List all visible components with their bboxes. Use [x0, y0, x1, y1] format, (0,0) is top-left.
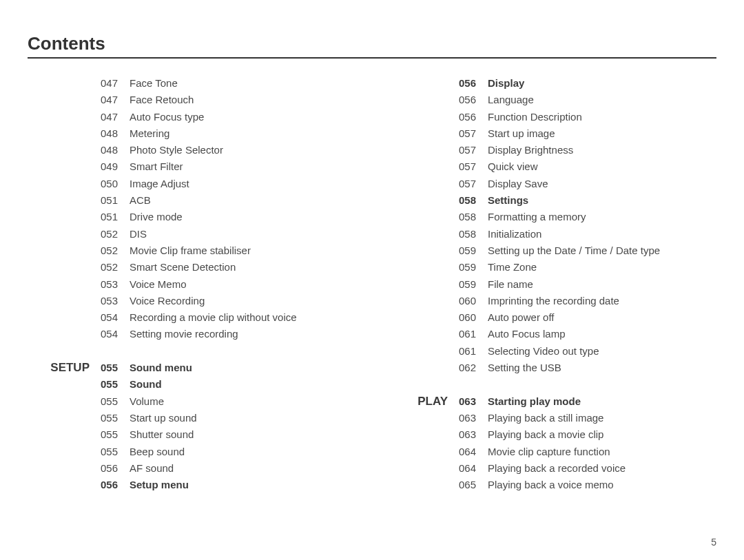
toc-page-number: 054 — [101, 326, 130, 342]
toc-row: 058Initialization — [386, 226, 716, 242]
toc-page-number: 060 — [459, 309, 488, 326]
toc-row: 050Image Adjust — [28, 176, 358, 192]
toc-page-number: 051 — [101, 192, 130, 209]
toc-label: Auto Focus type — [130, 109, 358, 125]
toc-row: 064Playing back a recorded voice — [386, 460, 716, 477]
toc-page-number: 058 — [459, 209, 488, 225]
toc-page-number: 049 — [101, 158, 130, 175]
toc-row: 062Setting the USB — [386, 360, 716, 376]
toc-row: 056Function Description — [386, 109, 716, 125]
toc-label: Time Zone — [488, 259, 716, 276]
toc-page-number: 055 — [101, 360, 130, 376]
toc-page-number: 055 — [101, 376, 130, 393]
toc-label: Sound menu — [130, 360, 358, 376]
toc-row: 053Voice Memo — [28, 276, 358, 293]
toc-row: 052Movie Clip frame stabiliser — [28, 242, 358, 259]
page-number: 5 — [711, 537, 716, 548]
toc-label: Shutter sound — [130, 426, 358, 443]
toc-label: Smart Filter — [130, 158, 358, 175]
toc-page-number: 059 — [459, 242, 488, 259]
toc-label: Auto power off — [488, 309, 716, 326]
toc-page-number: 062 — [459, 360, 488, 376]
toc-row: 065Playing back a voice memo — [386, 477, 716, 493]
toc-row: 056Display — [386, 75, 716, 92]
toc-label: Settings — [488, 192, 716, 209]
toc-page-number: 064 — [459, 460, 488, 477]
page: Contents 047Face Tone047Face Retouch047A… — [0, 0, 744, 560]
toc-row: 052DIS — [28, 226, 358, 242]
toc-label: Voice Recording — [130, 293, 358, 309]
toc-page-number: 059 — [459, 276, 488, 293]
toc-label: Setup menu — [130, 477, 358, 493]
page-title: Contents — [28, 33, 716, 59]
toc-page-number: 061 — [459, 343, 488, 360]
toc-label: Movie Clip frame stabiliser — [130, 242, 358, 259]
toc-row: 054Setting movie recording — [28, 326, 358, 342]
toc-row: 048Photo Style Selector — [28, 142, 358, 158]
toc-row: 055Sound — [28, 376, 358, 393]
toc-row: 052Smart Scene Detection — [28, 259, 358, 276]
toc-label: Playing back a voice memo — [488, 477, 716, 493]
toc-row: 057Quick view — [386, 158, 716, 175]
toc-label: Playing back a still image — [488, 410, 716, 426]
toc-page-number: 061 — [459, 326, 488, 342]
toc-label: Setting movie recording — [130, 326, 358, 342]
toc-row: 055Start up sound — [28, 410, 358, 426]
toc-label: Selecting Video out type — [488, 343, 716, 360]
toc-page-number: 058 — [459, 226, 488, 242]
toc-row: 055Beep sound — [28, 444, 358, 460]
toc-page-number: 063 — [459, 426, 488, 443]
toc-row: 055Volume — [28, 393, 358, 410]
toc-row: SETUP055Sound menu — [28, 360, 358, 376]
toc-label: Display Brightness — [488, 142, 716, 158]
toc-label: Photo Style Selector — [130, 142, 358, 158]
toc-page-number: 057 — [459, 125, 488, 142]
toc-label: Face Tone — [130, 75, 358, 92]
toc-page-number: 053 — [101, 293, 130, 309]
toc-column-right: 056Display056Language056Function Descrip… — [386, 75, 716, 493]
toc-page-number: 055 — [101, 444, 130, 460]
toc-page-number: 047 — [101, 75, 130, 92]
toc-row: 056AF sound — [28, 460, 358, 477]
toc-page-number: 056 — [459, 75, 488, 92]
toc-page-number: 047 — [101, 109, 130, 125]
toc-label: Auto Focus lamp — [488, 326, 716, 342]
toc-label: Smart Scene Detection — [130, 259, 358, 276]
toc-page-number: 056 — [459, 109, 488, 125]
toc-label: Face Retouch — [130, 92, 358, 108]
toc-label: Formatting a memory — [488, 209, 716, 225]
toc-label: Image Adjust — [130, 176, 358, 192]
toc-page-number: 065 — [459, 477, 488, 493]
toc-row: 064Movie clip capture function — [386, 444, 716, 460]
toc-page-number: 052 — [101, 259, 130, 276]
toc-columns: 047Face Tone047Face Retouch047Auto Focus… — [28, 75, 716, 493]
toc-row: 055Shutter sound — [28, 426, 358, 443]
toc-row: 060Auto power off — [386, 309, 716, 326]
toc-label: Display Save — [488, 176, 716, 192]
section-label: SETUP — [28, 360, 101, 376]
toc-label: Sound — [130, 376, 358, 393]
toc-label: Metering — [130, 125, 358, 142]
toc-label: Initialization — [488, 226, 716, 242]
toc-page-number: 056 — [101, 477, 130, 493]
toc-label: Setting up the Date / Time / Date type — [488, 242, 716, 259]
section-label: PLAY — [386, 393, 459, 410]
toc-label: Function Description — [488, 109, 716, 125]
toc-row: 063Playing back a movie clip — [386, 426, 716, 443]
toc-row: 051ACB — [28, 192, 358, 209]
toc-page-number: 055 — [101, 393, 130, 410]
toc-page-number: 054 — [101, 309, 130, 326]
toc-row: 048Metering — [28, 125, 358, 142]
toc-label: Imprinting the recording date — [488, 293, 716, 309]
toc-label: AF sound — [130, 460, 358, 477]
toc-label: Starting play mode — [488, 393, 716, 410]
toc-page-number: 055 — [101, 410, 130, 426]
toc-row: 047Auto Focus type — [28, 109, 358, 125]
toc-row: 058Formatting a memory — [386, 209, 716, 225]
toc-row: 059Time Zone — [386, 259, 716, 276]
toc-page-number: 055 — [101, 426, 130, 443]
toc-page-number: 063 — [459, 410, 488, 426]
toc-page-number: 064 — [459, 444, 488, 460]
toc-page-number: 048 — [101, 125, 130, 142]
toc-spacer — [386, 376, 716, 393]
